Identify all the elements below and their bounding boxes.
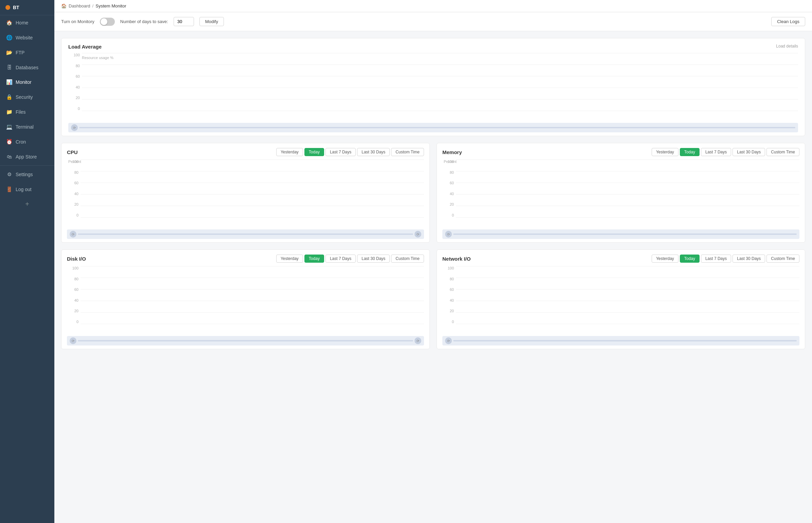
sidebar-item-security[interactable]: 🔒 Security <box>0 90 54 105</box>
grid-line <box>456 183 799 183</box>
y-label: 80 <box>76 64 80 68</box>
y-label: 100 <box>74 53 80 57</box>
grid-line <box>81 266 424 266</box>
disk-scroll-track <box>78 340 413 341</box>
sidebar-item-label: Files <box>16 109 26 115</box>
network-filter-yesterday[interactable]: Yesterday <box>652 255 678 263</box>
memory-card-header: Memory Yesterday Today Last 7 Days Last … <box>442 148 799 156</box>
sidebar-item-logout[interactable]: 🚪 Log out <box>0 182 54 197</box>
grid-line <box>81 183 424 183</box>
grid-line <box>81 206 424 206</box>
memory-filter-custom[interactable]: Custom Time <box>766 148 799 156</box>
memory-filter-last7[interactable]: Last 7 Days <box>701 148 731 156</box>
disk-filter-today[interactable]: Today <box>305 255 324 263</box>
days-input[interactable] <box>174 17 194 26</box>
scroll-track <box>79 127 795 128</box>
memory-time-filters: Yesterday Today Last 7 Days Last 30 Days… <box>652 148 799 156</box>
logo-text: BT <box>13 5 19 10</box>
cpu-filter-custom[interactable]: Custom Time <box>391 148 424 156</box>
grid-line <box>81 171 424 172</box>
sidebar-item-label: Home <box>16 20 28 25</box>
sidebar-item-label: Monitor <box>16 79 32 85</box>
sidebar-item-app-store[interactable]: 🛍 App Store <box>0 149 54 164</box>
grid-line <box>82 99 798 100</box>
memory-scrollbar[interactable]: ⟳ <box>442 230 799 239</box>
toggle-knob <box>101 18 107 25</box>
disk-scroll-left[interactable]: ⟳ <box>70 337 76 344</box>
network-io-card: Network I/O Yesterday Today Last 7 Days … <box>436 250 805 349</box>
y-label: 60 <box>76 74 80 78</box>
sidebar-item-label: Website <box>16 35 33 40</box>
grid-line <box>81 217 424 218</box>
breadcrumb: 🏠 Dashboard / System Monitor <box>54 0 812 12</box>
settings-icon: ⚙ <box>6 172 12 178</box>
cpu-card: CPU Yesterday Today Last 7 Days Last 30 … <box>61 143 430 243</box>
memory-scroll-left[interactable]: ⟳ <box>445 231 452 238</box>
sidebar-item-databases[interactable]: 🗄 Databases <box>0 60 54 75</box>
breadcrumb-sep: / <box>92 3 94 8</box>
disk-io-chart: 100 80 60 40 20 0 <box>67 266 424 334</box>
network-io-chart: 100 80 60 40 20 0 <box>442 266 799 334</box>
cron-icon: ⏰ <box>6 139 12 145</box>
disk-io-grid <box>81 266 424 324</box>
y-label: 40 <box>74 298 79 302</box>
disk-filter-last30[interactable]: Last 30 Days <box>357 255 390 263</box>
network-io-scrollbar[interactable]: ⟳ <box>442 336 799 345</box>
toolbar: Turn on Monitory Number of days to save:… <box>54 12 812 31</box>
disk-io-scrollbar[interactable]: ⟳ ⟳ <box>67 336 424 345</box>
y-label: 100 <box>448 266 454 270</box>
load-avg-scrollbar[interactable]: ⟳ <box>68 123 798 132</box>
sidebar-add-button[interactable]: + <box>0 197 54 212</box>
cpu-scrollbar[interactable]: ⟳ ⟳ <box>67 230 424 239</box>
disk-filter-yesterday[interactable]: Yesterday <box>276 255 303 263</box>
sidebar-item-monitor[interactable]: 📊 Monitor <box>0 75 54 90</box>
sidebar-item-ftp[interactable]: 📂 FTP <box>0 45 54 60</box>
sidebar-item-cron[interactable]: ⏰ Cron <box>0 134 54 149</box>
network-filter-custom[interactable]: Custom Time <box>766 255 799 263</box>
network-filter-last30[interactable]: Last 30 Days <box>732 255 765 263</box>
clean-logs-button[interactable]: Clean Logs <box>771 17 805 26</box>
website-icon: 🌐 <box>6 35 12 41</box>
y-label: 100 <box>72 266 79 270</box>
y-label: 0 <box>452 213 454 217</box>
memory-percent-label: Percent <box>444 160 456 164</box>
network-scroll-left[interactable]: ⟳ <box>445 337 452 344</box>
monitory-toggle[interactable] <box>100 18 115 26</box>
cpu-scroll-left[interactable]: ⟳ <box>70 231 76 238</box>
y-label: 80 <box>74 170 79 175</box>
cpu-scroll-right[interactable]: ⟳ <box>414 231 421 238</box>
sidebar-item-home[interactable]: 🏠 Home <box>0 15 54 30</box>
sidebar-item-terminal[interactable]: 💻 Terminal <box>0 120 54 134</box>
memory-filter-last30[interactable]: Last 30 Days <box>732 148 765 156</box>
cpu-filter-last30[interactable]: Last 30 Days <box>357 148 390 156</box>
sidebar-item-label: Security <box>16 94 33 100</box>
databases-icon: 🗄 <box>6 65 12 70</box>
disk-scroll-right[interactable]: ⟳ <box>414 337 421 344</box>
grid-line <box>456 312 799 312</box>
sidebar-item-website[interactable]: 🌐 Website <box>0 30 54 45</box>
modify-button[interactable]: Modify <box>200 17 224 26</box>
scroll-handle-left[interactable]: ⟳ <box>71 124 78 131</box>
y-label: 40 <box>450 192 454 196</box>
app-store-icon: 🛍 <box>6 154 12 160</box>
y-label: 40 <box>450 298 454 302</box>
memory-filter-yesterday[interactable]: Yesterday <box>652 148 678 156</box>
logo-dot <box>5 5 10 10</box>
memory-filter-today[interactable]: Today <box>680 148 699 156</box>
grid-line <box>82 76 798 76</box>
network-filter-last7[interactable]: Last 7 Days <box>701 255 731 263</box>
disk-filter-custom[interactable]: Custom Time <box>391 255 424 263</box>
network-io-title: Network I/O <box>442 256 470 262</box>
load-average-title: Load Average <box>68 44 102 50</box>
cpu-filter-last7[interactable]: Last 7 Days <box>326 148 356 156</box>
disk-io-card-header: Disk I/O Yesterday Today Last 7 Days Las… <box>67 255 424 263</box>
memory-card: Memory Yesterday Today Last 7 Days Last … <box>436 143 805 243</box>
sidebar-item-files[interactable]: 📁 Files <box>0 105 54 120</box>
cpu-filter-yesterday[interactable]: Yesterday <box>276 148 303 156</box>
network-filter-today[interactable]: Today <box>680 255 699 263</box>
grid-line <box>456 277 799 278</box>
sidebar-item-settings[interactable]: ⚙ Settings <box>0 167 54 182</box>
disk-filter-last7[interactable]: Last 7 Days <box>326 255 356 263</box>
disk-io-y-labels: 100 80 60 40 20 0 <box>67 266 81 324</box>
cpu-filter-today[interactable]: Today <box>305 148 324 156</box>
